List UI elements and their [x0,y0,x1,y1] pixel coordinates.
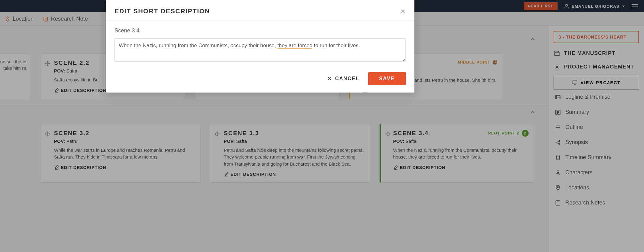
close-icon [327,76,332,81]
save-button[interactable]: SAVE [368,72,406,85]
close-icon [400,9,406,14]
edit-description-modal: EDIT SHORT DESCRIPTION Scene 3.4 When th… [106,0,414,93]
description-textarea[interactable] [114,38,406,62]
cancel-label: CANCEL [335,76,359,81]
close-button[interactable] [400,8,406,15]
cancel-button[interactable]: CANCEL [327,76,359,81]
modal-title: EDIT SHORT DESCRIPTION [114,7,210,15]
modal-scene-label: Scene 3.4 [114,27,406,34]
